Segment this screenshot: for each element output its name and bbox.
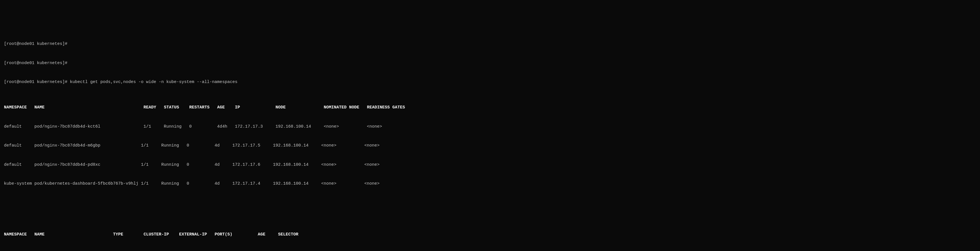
pod-row-4: kube-system pod/kubernetes-dashboard-5fb… (4, 181, 976, 187)
pod-row-2: default pod/nginx-7bc87ddb4d-m6gbp 1/1 R… (4, 142, 976, 149)
prompt-line-1: [root@node01 kubernetes]# (4, 41, 976, 48)
pods-header: NAMESPACE NAME READY STATUS RESTARTS AGE… (4, 104, 976, 111)
pod-row-1: default pod/nginx-7bc87ddb4d-kct6l 1/1 R… (4, 124, 976, 130)
svc-header: NAMESPACE NAME TYPE CLUSTER-IP EXTERNAL-… (4, 232, 976, 238)
command-line: [root@node01 kubernetes]# kubectl get po… (4, 79, 976, 86)
empty-1 (4, 206, 976, 213)
prompt-line-2: [root@node01 kubernetes]# (4, 60, 976, 67)
terminal-window: [root@node01 kubernetes]# [root@node01 k… (4, 28, 976, 251)
pod-row-3: default pod/nginx-7bc87ddb4d-pd8xc 1/1 R… (4, 162, 976, 168)
